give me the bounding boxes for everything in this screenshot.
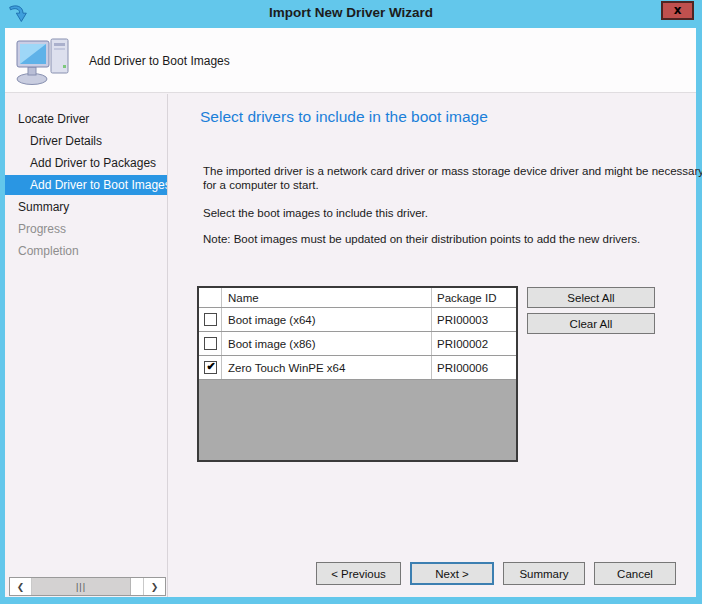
wizard-page-content: Select drivers to include in the boot im… [169, 94, 696, 597]
scrollbar-thumb[interactable]: ||| [32, 578, 131, 595]
import-new-driver-wizard-window: Import New Driver Wizard x Add Driver to… [0, 0, 702, 604]
boot-image-name: Boot image (x64) [221, 308, 431, 331]
header-step-title: Add Driver to Boot Images [89, 54, 230, 68]
page-title: Select drivers to include in the boot im… [200, 108, 488, 126]
name-column-header: Name [221, 288, 431, 307]
boot-image-name: Boot image (x86) [221, 332, 431, 355]
boot-images-table: Name Package ID Boot image (x64) PRI0000… [197, 286, 518, 462]
package-id-value: PRI00003 [431, 308, 516, 331]
table-row[interactable]: Boot image (x64) PRI00003 [199, 308, 516, 332]
clear-all-button[interactable]: Clear All [527, 313, 655, 334]
previous-button[interactable]: < Previous [316, 562, 401, 585]
wizard-frame: Add Driver to Boot Images Locate Driver … [5, 28, 696, 597]
cancel-button[interactable]: Cancel [594, 562, 676, 585]
checkbox-unchecked[interactable] [204, 313, 217, 326]
table-header-row: Name Package ID [199, 288, 516, 308]
window-title: Import New Driver Wizard [0, 5, 702, 20]
package-id-column-header: Package ID [431, 288, 516, 307]
next-button[interactable]: Next > [410, 562, 494, 585]
close-button[interactable]: x [661, 1, 694, 20]
step-add-driver-to-boot-images[interactable]: Add Driver to Boot Images [5, 175, 167, 195]
step-completion: Completion [5, 240, 167, 262]
title-bar: Import New Driver Wizard x [0, 0, 702, 28]
package-id-value: PRI00006 [431, 356, 516, 379]
wizard-steps-sidebar: Locate Driver Driver Details Add Driver … [5, 94, 168, 597]
scroll-right-arrow-icon[interactable]: ❯ [143, 578, 165, 595]
step-progress: Progress [5, 218, 167, 240]
description-text: The imported driver is a network card dr… [203, 164, 702, 192]
select-all-button[interactable]: Select All [527, 287, 655, 308]
note-text: Note: Boot images must be updated on the… [203, 232, 702, 246]
table-row[interactable]: Boot image (x86) PRI00002 [199, 332, 516, 356]
scroll-left-arrow-icon[interactable]: ❮ [10, 578, 32, 595]
package-id-value: PRI00002 [431, 332, 516, 355]
wizard-navigation: < Previous Next > Summary Cancel [316, 562, 676, 585]
step-driver-details[interactable]: Driver Details [5, 130, 167, 152]
checkbox-unchecked[interactable] [204, 337, 217, 350]
instruction-text: Select the boot images to include this d… [203, 206, 702, 220]
horizontal-scrollbar[interactable]: ❮ ||| ❯ [9, 577, 166, 596]
step-locate-driver[interactable]: Locate Driver [5, 108, 167, 130]
step-add-driver-to-packages[interactable]: Add Driver to Packages [5, 152, 167, 174]
step-summary[interactable]: Summary [5, 196, 167, 218]
checkbox-checked[interactable]: ✔ [204, 361, 217, 374]
computer-icon [15, 34, 77, 86]
checkbox-column-header [199, 288, 221, 307]
summary-button[interactable]: Summary [503, 562, 585, 585]
wizard-header: Add Driver to Boot Images [5, 28, 696, 93]
table-row[interactable]: ✔ Zero Touch WinPE x64 PRI00006 [199, 356, 516, 380]
boot-image-name: Zero Touch WinPE x64 [221, 356, 431, 379]
